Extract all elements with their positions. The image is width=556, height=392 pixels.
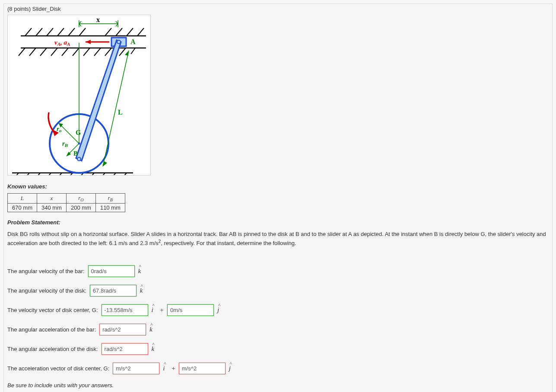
svg-marker-30: [86, 40, 91, 44]
svg-point-57: [117, 40, 121, 44]
row-disk-alpha: The angular acceleration of the disk: ^k: [7, 343, 549, 355]
svg-line-8: [105, 28, 111, 36]
svg-text:A: A: [130, 38, 136, 45]
svg-text:G: G: [76, 129, 81, 136]
svg-text:vA, aA: vA, aA: [54, 39, 70, 47]
row-disk-omega: The angular velocity of the disk: ^k: [7, 285, 549, 296]
unit-k-icon: ^k: [152, 345, 157, 353]
row-vG: The velocity vector of disk center, G: ^…: [7, 304, 549, 316]
known-values-table: L x rO rB 670 mm 340 mm 200 mm 110 mm: [7, 193, 125, 212]
unit-k-icon: ^k: [149, 326, 155, 333]
input-disk-alpha[interactable]: [102, 343, 148, 355]
svg-line-3: [36, 28, 42, 36]
row-bar-omega: The angular velocity of the bar: ^k: [7, 265, 549, 277]
svg-line-2: [25, 28, 32, 36]
plus-icon: +: [172, 365, 175, 372]
svg-line-7: [79, 28, 86, 36]
val-x: 340 mm: [37, 203, 66, 212]
question-title: (8 points) Slider_Disk: [7, 6, 549, 12]
question-container: (8 points) Slider_Disk: [3, 3, 553, 392]
input-aG-j[interactable]: [179, 363, 226, 374]
svg-text:x: x: [96, 16, 100, 23]
svg-point-58: [77, 157, 81, 161]
svg-line-10: [127, 28, 133, 36]
svg-line-15: [51, 48, 57, 56]
svg-line-21: [119, 48, 126, 56]
input-vG-j[interactable]: [167, 304, 214, 316]
svg-line-20: [105, 48, 111, 56]
svg-line-19: [94, 48, 101, 56]
slider-disk-figure: x A vA, aA: [7, 15, 151, 175]
val-L: 670 mm: [8, 203, 37, 212]
known-values-header: Known values:: [7, 183, 549, 190]
svg-line-9: [116, 28, 122, 36]
svg-marker-62: [103, 161, 107, 166]
label-bar-omega: The angular velocity of the bar:: [7, 268, 85, 274]
svg-line-18: [83, 48, 90, 56]
svg-point-53: [78, 143, 80, 145]
sym-x: x: [37, 194, 66, 204]
svg-line-17: [73, 48, 79, 56]
input-vG-i[interactable]: [102, 304, 148, 316]
svg-line-13: [29, 48, 36, 56]
unit-j-icon: ^j: [217, 306, 222, 314]
row-aG: The acceleration vector of disk center, …: [7, 363, 549, 374]
svg-text:L: L: [118, 108, 123, 116]
problem-statement-text: Disk BG rolls without slip on a horizont…: [7, 230, 549, 248]
val-rO: 200 mm: [66, 203, 95, 212]
svg-line-22: [131, 48, 135, 54]
unit-j-icon: ^j: [229, 365, 234, 372]
label-bar-alpha: The angular acceleration of the bar:: [7, 326, 96, 333]
input-aG-i[interactable]: [113, 363, 159, 374]
sym-rO: rO: [66, 194, 95, 204]
unit-i-icon: ^i: [152, 306, 157, 314]
svg-line-4: [47, 28, 53, 36]
svg-text:rB: rB: [62, 140, 68, 148]
svg-line-14: [40, 48, 47, 56]
svg-marker-56: [76, 40, 121, 161]
plus-icon: +: [160, 306, 164, 314]
val-rB: 110 mm: [95, 203, 125, 212]
svg-line-12: [19, 48, 25, 56]
problem-statement-header: Problem Statement:: [7, 219, 549, 226]
svg-line-5: [57, 28, 64, 36]
label-disk-omega: The angular velocity of the disk:: [7, 287, 86, 294]
label-vG: The velocity vector of disk center, G:: [7, 307, 98, 313]
sym-rB: rB: [95, 194, 125, 204]
label-disk-alpha: The angular acceleration of the disk:: [7, 346, 98, 352]
unit-i-icon: ^i: [163, 365, 168, 372]
unit-k-icon: ^k: [138, 268, 143, 275]
row-bar-alpha: The angular acceleration of the bar: ^k: [7, 324, 549, 335]
svg-marker-61: [125, 51, 129, 56]
svg-line-11: [137, 28, 144, 36]
sym-L: L: [8, 194, 37, 204]
input-bar-alpha[interactable]: [99, 324, 146, 335]
svg-line-6: [68, 28, 75, 36]
footer-note: Be sure to include units with your answe…: [7, 382, 549, 389]
unit-k-icon: ^k: [140, 287, 145, 294]
input-bar-omega[interactable]: [88, 265, 135, 277]
svg-text:B: B: [73, 150, 78, 157]
svg-line-16: [62, 48, 68, 56]
label-aG: The acceleration vector of disk center, …: [7, 365, 109, 372]
input-disk-omega[interactable]: [90, 285, 137, 296]
